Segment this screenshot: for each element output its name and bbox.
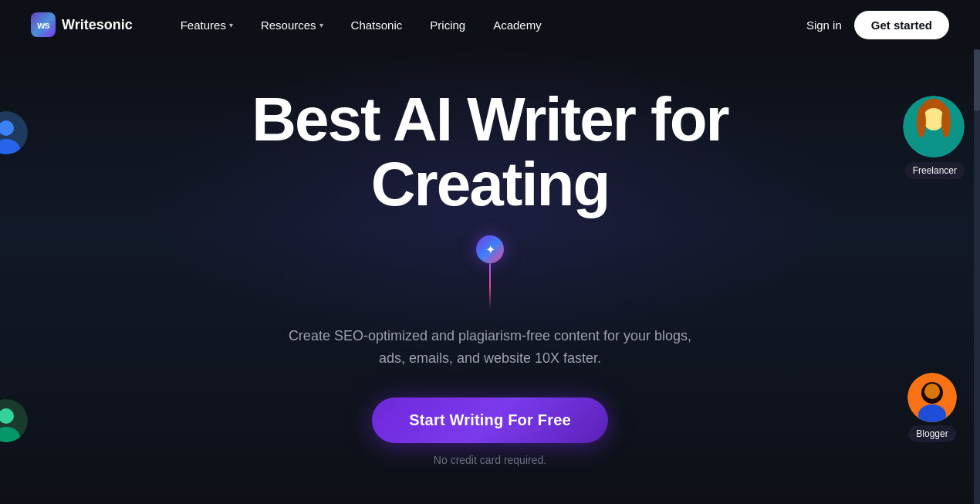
svg-point-13 <box>941 107 951 137</box>
sign-in-button[interactable]: Sign in <box>806 19 842 32</box>
nav-item-resources[interactable]: Resources ▾ <box>250 12 334 38</box>
hero-subtext: Create SEO-optimized and plagiarism-free… <box>274 325 706 370</box>
avatar-freelancer: Freelancer <box>903 96 965 179</box>
chevron-down-icon: ▾ <box>319 21 323 29</box>
cursor-line <box>489 263 491 310</box>
hero-content: Best AI Writer for Creating ✦ Create SEO… <box>143 87 837 466</box>
cursor-pin: ✦ <box>143 235 837 310</box>
freelancer-label: Freelancer <box>905 162 965 179</box>
avatar-left-bottom-img <box>0 399 28 442</box>
svg-point-16 <box>924 384 940 399</box>
avatar-left-top-img <box>0 111 28 154</box>
cursor-circle-icon: ✦ <box>476 235 504 263</box>
avatar-left-top <box>0 111 28 154</box>
avatar-left-bottom <box>0 399 28 442</box>
svg-point-11 <box>923 108 945 130</box>
logo-icon: ws <box>31 12 56 37</box>
freelancer-avatar-img <box>903 96 965 157</box>
hero-headline: Best AI Writer for Creating <box>143 87 837 217</box>
chevron-down-icon: ▾ <box>229 21 233 29</box>
cursor-icon: ✦ <box>485 242 495 257</box>
svg-point-12 <box>917 107 926 137</box>
get-started-button[interactable]: Get started <box>854 11 949 39</box>
nav-item-pricing[interactable]: Pricing <box>419 12 476 38</box>
nav-links: Features ▾ Resources ▾ Chatsonic Pricing… <box>170 12 806 38</box>
blogger-avatar-img <box>907 373 957 422</box>
hero-section: Freelancer Blogger Best AI Writer for Cr… <box>0 49 980 504</box>
scrollbar-thumb[interactable] <box>974 49 980 111</box>
avatar-blogger: Blogger <box>907 373 957 442</box>
scrollbar[interactable] <box>974 49 980 504</box>
cta-button[interactable]: Start Writing For Free <box>372 397 608 443</box>
navbar: ws Writesonic Features ▾ Resources ▾ Cha… <box>0 0 980 49</box>
no-credit-card-text: No credit card required. <box>143 454 837 466</box>
nav-item-features[interactable]: Features ▾ <box>170 12 244 38</box>
logo-text: Writesonic <box>62 17 133 33</box>
nav-item-academy[interactable]: Academy <box>482 12 553 38</box>
nav-item-chatsonic[interactable]: Chatsonic <box>340 12 414 38</box>
nav-right: Sign in Get started <box>806 11 949 39</box>
logo[interactable]: ws Writesonic <box>31 12 133 37</box>
blogger-label: Blogger <box>908 425 955 442</box>
